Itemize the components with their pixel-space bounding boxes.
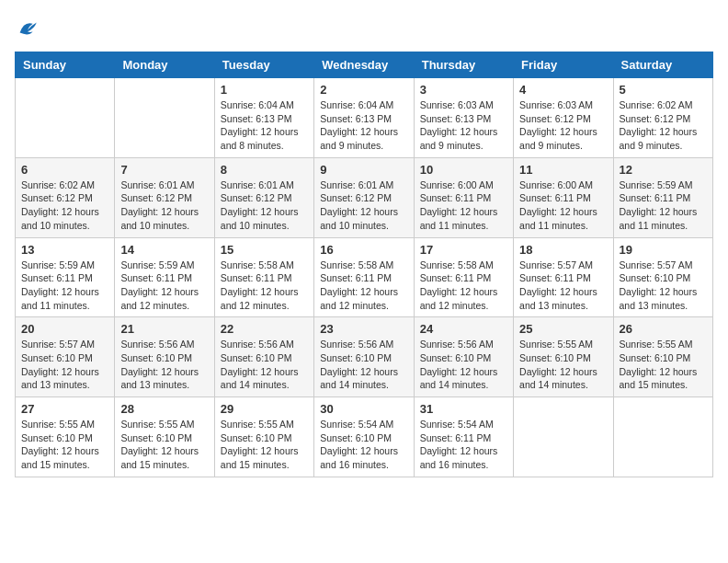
day-info: Sunrise: 5:55 AM Sunset: 6:10 PM Dayligh…: [519, 338, 607, 392]
calendar-week-row: 6Sunrise: 6:02 AM Sunset: 6:12 PM Daylig…: [16, 157, 713, 237]
col-header-tuesday: Tuesday: [214, 52, 313, 78]
col-header-monday: Monday: [115, 52, 214, 78]
calendar-cell: [16, 78, 115, 158]
day-info: Sunrise: 5:57 AM Sunset: 6:10 PM Dayligh…: [21, 338, 108, 392]
day-number: 22: [221, 322, 308, 336]
calendar-cell: 9Sunrise: 6:01 AM Sunset: 6:12 PM Daylig…: [314, 157, 414, 237]
day-number: 25: [519, 322, 607, 336]
logo-bird-icon: [15, 15, 40, 40]
day-info: Sunrise: 5:57 AM Sunset: 6:11 PM Dayligh…: [519, 259, 607, 313]
day-info: Sunrise: 5:55 AM Sunset: 6:10 PM Dayligh…: [620, 338, 707, 392]
calendar-cell: 7Sunrise: 6:01 AM Sunset: 6:12 PM Daylig…: [115, 157, 214, 237]
calendar-cell: 25Sunrise: 5:55 AM Sunset: 6:10 PM Dayli…: [514, 317, 613, 397]
calendar-cell: 31Sunrise: 5:54 AM Sunset: 6:11 PM Dayli…: [414, 397, 513, 477]
day-info: Sunrise: 6:04 AM Sunset: 6:13 PM Dayligh…: [221, 98, 308, 153]
day-info: Sunrise: 6:01 AM Sunset: 6:12 PM Dayligh…: [221, 178, 308, 233]
col-header-sunday: Sunday: [16, 52, 115, 78]
calendar-cell: 10Sunrise: 6:00 AM Sunset: 6:11 PM Dayli…: [414, 157, 513, 237]
day-number: 29: [221, 402, 308, 416]
day-number: 16: [320, 243, 407, 257]
day-number: 24: [420, 322, 507, 336]
day-info: Sunrise: 6:02 AM Sunset: 6:12 PM Dayligh…: [620, 98, 707, 153]
day-number: 4: [519, 83, 607, 97]
calendar-cell: 30Sunrise: 5:54 AM Sunset: 6:10 PM Dayli…: [314, 397, 414, 477]
calendar-cell: 5Sunrise: 6:02 AM Sunset: 6:12 PM Daylig…: [613, 78, 712, 158]
day-info: Sunrise: 6:01 AM Sunset: 6:12 PM Dayligh…: [320, 178, 407, 233]
day-number: 19: [620, 243, 707, 257]
calendar-week-row: 20Sunrise: 5:57 AM Sunset: 6:10 PM Dayli…: [16, 317, 713, 397]
calendar-cell: 23Sunrise: 5:56 AM Sunset: 6:10 PM Dayli…: [314, 317, 414, 397]
day-info: Sunrise: 6:04 AM Sunset: 6:13 PM Dayligh…: [320, 98, 407, 153]
calendar-table: SundayMondayTuesdayWednesdayThursdayFrid…: [15, 52, 713, 477]
day-number: 13: [21, 243, 108, 257]
calendar-cell: [514, 397, 613, 477]
day-info: Sunrise: 5:56 AM Sunset: 6:10 PM Dayligh…: [320, 338, 407, 392]
day-info: Sunrise: 5:59 AM Sunset: 6:11 PM Dayligh…: [620, 178, 707, 233]
calendar-cell: 6Sunrise: 6:02 AM Sunset: 6:12 PM Daylig…: [16, 157, 115, 237]
calendar-cell: 28Sunrise: 5:55 AM Sunset: 6:10 PM Dayli…: [115, 397, 214, 477]
page-header: [15, 15, 713, 40]
col-header-thursday: Thursday: [414, 52, 513, 78]
day-number: 27: [21, 402, 108, 416]
col-header-friday: Friday: [514, 52, 613, 78]
calendar-cell: 20Sunrise: 5:57 AM Sunset: 6:10 PM Dayli…: [16, 317, 115, 397]
day-info: Sunrise: 5:54 AM Sunset: 6:11 PM Dayligh…: [420, 418, 507, 472]
calendar-cell: 1Sunrise: 6:04 AM Sunset: 6:13 PM Daylig…: [214, 78, 313, 158]
day-info: Sunrise: 6:02 AM Sunset: 6:12 PM Dayligh…: [21, 178, 108, 233]
calendar-cell: 29Sunrise: 5:55 AM Sunset: 6:10 PM Dayli…: [214, 397, 313, 477]
day-info: Sunrise: 5:56 AM Sunset: 6:10 PM Dayligh…: [120, 338, 208, 392]
calendar-cell: 15Sunrise: 5:58 AM Sunset: 6:11 PM Dayli…: [214, 237, 313, 317]
calendar-week-row: 1Sunrise: 6:04 AM Sunset: 6:13 PM Daylig…: [16, 78, 713, 158]
day-number: 18: [519, 243, 607, 257]
day-info: Sunrise: 5:56 AM Sunset: 6:10 PM Dayligh…: [420, 338, 507, 392]
day-info: Sunrise: 5:58 AM Sunset: 6:11 PM Dayligh…: [420, 259, 507, 313]
day-info: Sunrise: 5:55 AM Sunset: 6:10 PM Dayligh…: [21, 418, 108, 472]
day-info: Sunrise: 5:54 AM Sunset: 6:10 PM Dayligh…: [320, 418, 407, 472]
day-number: 3: [420, 83, 507, 97]
day-number: 20: [21, 322, 108, 336]
logo: [15, 15, 44, 40]
calendar-cell: 11Sunrise: 6:00 AM Sunset: 6:11 PM Dayli…: [514, 157, 613, 237]
day-info: Sunrise: 5:58 AM Sunset: 6:11 PM Dayligh…: [320, 259, 407, 313]
calendar-cell: 12Sunrise: 5:59 AM Sunset: 6:11 PM Dayli…: [613, 157, 712, 237]
day-number: 28: [120, 402, 208, 416]
calendar-cell: 19Sunrise: 5:57 AM Sunset: 6:10 PM Dayli…: [613, 237, 712, 317]
day-number: 23: [320, 322, 407, 336]
day-number: 26: [620, 322, 707, 336]
day-number: 9: [320, 163, 407, 177]
day-number: 2: [320, 83, 407, 97]
day-number: 17: [420, 243, 507, 257]
day-number: 30: [320, 402, 407, 416]
col-header-saturday: Saturday: [613, 52, 712, 78]
calendar-header-row: SundayMondayTuesdayWednesdayThursdayFrid…: [16, 52, 713, 78]
day-info: Sunrise: 5:57 AM Sunset: 6:10 PM Dayligh…: [620, 259, 707, 313]
day-info: Sunrise: 5:59 AM Sunset: 6:11 PM Dayligh…: [21, 259, 108, 313]
day-number: 14: [120, 243, 208, 257]
day-number: 1: [221, 83, 308, 97]
calendar-week-row: 13Sunrise: 5:59 AM Sunset: 6:11 PM Dayli…: [16, 237, 713, 317]
col-header-wednesday: Wednesday: [314, 52, 414, 78]
calendar-cell: 17Sunrise: 5:58 AM Sunset: 6:11 PM Dayli…: [414, 237, 513, 317]
day-info: Sunrise: 5:58 AM Sunset: 6:11 PM Dayligh…: [221, 259, 308, 313]
calendar-cell: 3Sunrise: 6:03 AM Sunset: 6:13 PM Daylig…: [414, 78, 513, 158]
day-info: Sunrise: 5:55 AM Sunset: 6:10 PM Dayligh…: [221, 418, 308, 472]
calendar-cell: 14Sunrise: 5:59 AM Sunset: 6:11 PM Dayli…: [115, 237, 214, 317]
day-number: 15: [221, 243, 308, 257]
calendar-cell: 24Sunrise: 5:56 AM Sunset: 6:10 PM Dayli…: [414, 317, 513, 397]
calendar-cell: 18Sunrise: 5:57 AM Sunset: 6:11 PM Dayli…: [514, 237, 613, 317]
calendar-cell: [115, 78, 214, 158]
calendar-cell: [613, 397, 712, 477]
day-number: 31: [420, 402, 507, 416]
calendar-cell: 27Sunrise: 5:55 AM Sunset: 6:10 PM Dayli…: [16, 397, 115, 477]
calendar-week-row: 27Sunrise: 5:55 AM Sunset: 6:10 PM Dayli…: [16, 397, 713, 477]
calendar-cell: 13Sunrise: 5:59 AM Sunset: 6:11 PM Dayli…: [16, 237, 115, 317]
day-info: Sunrise: 6:00 AM Sunset: 6:11 PM Dayligh…: [519, 178, 607, 233]
day-info: Sunrise: 5:59 AM Sunset: 6:11 PM Dayligh…: [120, 259, 208, 313]
day-info: Sunrise: 6:00 AM Sunset: 6:11 PM Dayligh…: [420, 178, 507, 233]
day-number: 7: [120, 163, 208, 177]
day-info: Sunrise: 6:01 AM Sunset: 6:12 PM Dayligh…: [120, 178, 208, 233]
day-info: Sunrise: 6:03 AM Sunset: 6:13 PM Dayligh…: [420, 98, 507, 153]
day-number: 12: [620, 163, 707, 177]
day-info: Sunrise: 5:56 AM Sunset: 6:10 PM Dayligh…: [221, 338, 308, 392]
day-info: Sunrise: 6:03 AM Sunset: 6:12 PM Dayligh…: [519, 98, 607, 153]
